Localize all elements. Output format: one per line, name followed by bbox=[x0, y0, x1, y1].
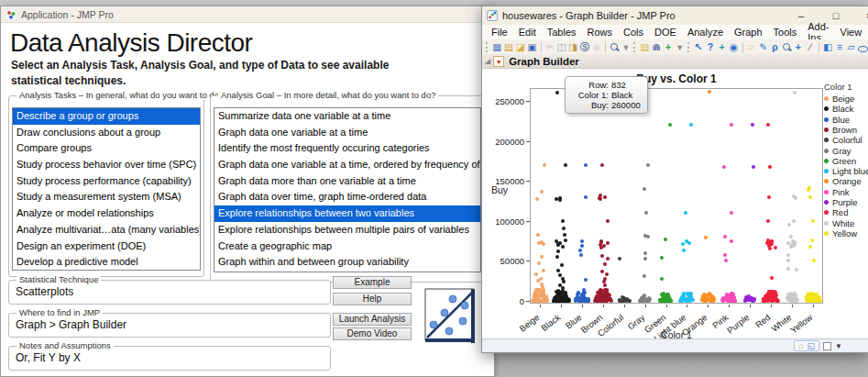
annotate-pen-tool-icon[interactable]: ∕ bbox=[805, 41, 815, 53]
data-point[interactable] bbox=[643, 187, 646, 191]
hand-tool-icon[interactable]: ☞ bbox=[747, 41, 757, 53]
data-point[interactable] bbox=[769, 297, 773, 301]
analysis-task-item-4[interactable]: Study process behavior over time (SPC) bbox=[13, 157, 200, 173]
legend-item-light-blue[interactable]: Light blue bbox=[824, 166, 868, 176]
data-point[interactable] bbox=[584, 163, 588, 167]
data-point[interactable] bbox=[561, 245, 565, 249]
data-point[interactable] bbox=[795, 268, 798, 272]
help-tool-icon[interactable]: ? bbox=[706, 41, 716, 53]
data-point[interactable] bbox=[808, 195, 812, 199]
toolbar-overflow2-icon[interactable]: ▾ bbox=[675, 41, 685, 53]
data-point[interactable] bbox=[603, 262, 607, 266]
lines-tool-icon[interactable]: ≡ bbox=[834, 41, 844, 53]
red-triangle-menu-icon[interactable]: ▼ bbox=[493, 56, 504, 67]
crosshair-tool-icon[interactable]: + bbox=[717, 41, 727, 53]
data-point[interactable] bbox=[618, 257, 621, 261]
add-ins-icon[interactable]: + bbox=[664, 41, 674, 53]
data-point[interactable] bbox=[537, 261, 541, 265]
analysis-goal-item-5[interactable]: Graph data more than one variable at a t… bbox=[214, 173, 480, 190]
analysis-goal-item-7[interactable]: Explore relationships between two variab… bbox=[214, 205, 480, 222]
data-point[interactable] bbox=[557, 292, 561, 295]
data-point[interactable] bbox=[599, 288, 602, 292]
data-point[interactable] bbox=[725, 296, 729, 300]
arrow-tool-icon[interactable]: ↖ bbox=[694, 41, 704, 53]
save-icon[interactable]: ▣ bbox=[527, 41, 537, 53]
plot-frame[interactable] bbox=[530, 88, 823, 304]
scroll-home-icon[interactable]: ⌂ bbox=[798, 341, 803, 350]
data-point[interactable] bbox=[540, 294, 544, 297]
analysis-task-item-7[interactable]: Analyze or model relationships bbox=[13, 205, 200, 222]
new-journal-icon[interactable]: ▤ bbox=[504, 41, 514, 53]
toolbar-overflow-icon[interactable]: ▾ bbox=[621, 41, 632, 53]
data-point[interactable] bbox=[770, 276, 774, 280]
data-point[interactable] bbox=[556, 243, 560, 247]
data-point[interactable] bbox=[600, 254, 604, 258]
launch-analysis-button[interactable]: Launch Analysis bbox=[333, 313, 412, 326]
data-point[interactable] bbox=[605, 272, 609, 276]
analysis-task-item-8[interactable]: Analyze multivariat…ata (many variables) bbox=[13, 222, 200, 238]
data-point[interactable] bbox=[669, 299, 673, 303]
data-point[interactable] bbox=[646, 235, 650, 238]
analysis-goal-item-8[interactable]: Explore relationships between multiple p… bbox=[214, 222, 480, 238]
data-point[interactable] bbox=[687, 241, 691, 245]
data-point[interactable] bbox=[580, 244, 584, 248]
graph-builder-outline-header[interactable]: ◢ ▼ Graph Builder bbox=[482, 54, 868, 69]
legend-item-pink[interactable]: Pink bbox=[824, 187, 849, 197]
data-point[interactable] bbox=[786, 253, 790, 257]
example-button[interactable]: Example bbox=[333, 276, 412, 289]
data-point[interactable] bbox=[789, 245, 793, 249]
data-point[interactable] bbox=[535, 299, 539, 303]
data-point[interactable] bbox=[560, 263, 564, 267]
analysis-goal-item-4[interactable]: Graph data one variable at a time, order… bbox=[214, 157, 480, 173]
data-point[interactable] bbox=[604, 299, 608, 303]
legend-item-gray[interactable]: Gray bbox=[824, 146, 852, 156]
data-point[interactable] bbox=[774, 246, 777, 249]
menu-cols[interactable]: Cols bbox=[618, 27, 649, 38]
data-point[interactable] bbox=[606, 257, 610, 261]
data-point[interactable] bbox=[564, 299, 567, 303]
data-point[interactable] bbox=[600, 270, 604, 273]
data-point[interactable] bbox=[646, 163, 650, 167]
analysis-tasks-listbox[interactable]: Describe a group or groupsDraw conclusio… bbox=[12, 107, 201, 271]
copy-icon[interactable]: ◫ bbox=[556, 41, 566, 53]
polygon-tool-icon[interactable]: ▱ bbox=[846, 41, 856, 53]
plus-tool-icon[interactable]: + bbox=[793, 41, 803, 53]
data-point[interactable] bbox=[619, 299, 622, 303]
oval-tool-icon[interactable] bbox=[858, 41, 868, 53]
data-point[interactable] bbox=[621, 295, 624, 299]
data-point[interactable] bbox=[711, 299, 715, 303]
data-point[interactable] bbox=[819, 299, 822, 303]
data-point[interactable] bbox=[807, 299, 810, 303]
data-point[interactable] bbox=[810, 238, 814, 242]
data-point[interactable] bbox=[563, 233, 566, 237]
data-point[interactable] bbox=[789, 298, 793, 302]
data-point[interactable] bbox=[766, 219, 770, 223]
data-point[interactable] bbox=[584, 195, 588, 199]
data-point[interactable] bbox=[767, 291, 771, 294]
data-point[interactable] bbox=[786, 267, 790, 271]
analysis-goal-item-3[interactable]: Identify the most frequently occuring ca… bbox=[214, 140, 480, 157]
data-point[interactable] bbox=[664, 238, 667, 241]
data-point[interactable] bbox=[603, 195, 607, 199]
script-window-icon[interactable]: Ⓢ bbox=[580, 41, 590, 53]
legend-item-beige[interactable]: Beige bbox=[824, 94, 854, 104]
lock-icon[interactable]: ◆ bbox=[591, 41, 601, 53]
data-point[interactable] bbox=[789, 235, 793, 238]
data-point[interactable] bbox=[682, 249, 686, 252]
data-point[interactable] bbox=[807, 188, 810, 192]
data-point[interactable] bbox=[708, 90, 711, 94]
legend-item-purple[interactable]: Purple bbox=[824, 197, 857, 207]
analysis-goal-listbox[interactable]: Summarize data one variable at a timeGra… bbox=[214, 107, 481, 272]
new-data-table-icon[interactable]: ▦ bbox=[492, 41, 502, 53]
data-point[interactable] bbox=[730, 211, 733, 215]
data-point[interactable] bbox=[767, 195, 771, 199]
data-point[interactable] bbox=[599, 197, 602, 201]
analysis-goal-item-6[interactable]: Graph data over time, graph time-ordered… bbox=[214, 189, 480, 205]
analysis-goal-item-2[interactable]: Graph data one variable at a time bbox=[214, 125, 480, 141]
data-point[interactable] bbox=[684, 211, 687, 215]
data-point[interactable] bbox=[788, 294, 792, 297]
data-point[interactable] bbox=[605, 291, 609, 294]
legend-item-brown[interactable]: Brown bbox=[824, 125, 857, 135]
data-point[interactable] bbox=[786, 259, 790, 262]
paste-icon[interactable]: ◨ bbox=[568, 41, 578, 53]
